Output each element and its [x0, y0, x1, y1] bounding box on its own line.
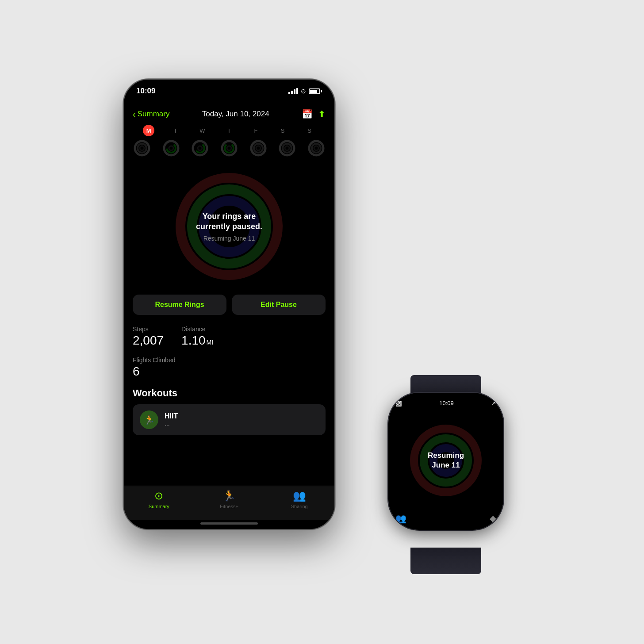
steps-distance-row: Steps 2,007 Distance 1.10 MI — [133, 326, 326, 348]
summary-tab-icon: ⊙ — [154, 490, 163, 502]
sharing-tab-label: Sharing — [291, 504, 308, 509]
watch-body: ▩ 10:09 ↗ — [388, 393, 503, 530]
workouts-title: Workouts — [133, 387, 326, 399]
svg-point-5 — [169, 146, 173, 150]
home-indicator — [124, 520, 334, 529]
steps-label: Steps — [133, 326, 164, 333]
svg-point-4 — [167, 144, 176, 153]
apple-watch-device: ▩ 10:09 ↗ — [371, 384, 521, 565]
day-tuesday-label: T — [166, 125, 185, 136]
day-saturday[interactable]: S — [273, 125, 292, 136]
flights-value: 6 — [133, 364, 326, 379]
day-monday-label[interactable]: M — [143, 125, 154, 136]
tab-fitness-plus[interactable]: 🏃 Fitness+ — [194, 490, 264, 509]
edit-pause-button[interactable]: Edit Pause — [232, 295, 326, 315]
day-friday[interactable]: F — [247, 125, 265, 136]
day-saturday-label: S — [273, 125, 292, 136]
watch-status-bar: ▩ 10:09 ↗ — [395, 399, 496, 407]
watch-bar-chart-icon[interactable]: ▩ — [395, 399, 402, 407]
activity-ring-main: Your rings are currently paused. Resumin… — [172, 169, 287, 284]
main-content-area: Your rings are currently paused. Resumin… — [124, 162, 334, 486]
steps-stat: Steps 2,007 — [133, 326, 164, 348]
calendar-icon[interactable]: 📅 — [302, 109, 313, 119]
action-buttons: Resume Rings Edit Pause — [124, 295, 334, 315]
svg-point-17 — [285, 146, 289, 150]
tab-sharing[interactable]: 👥 Sharing — [264, 490, 334, 509]
svg-point-8 — [198, 146, 202, 150]
nav-right: 📅 ⬆ — [302, 109, 326, 119]
nav-bar: ‹ Summary Today, Jun 10, 2024 📅 ⬆ — [124, 104, 334, 123]
wifi-icon: ⊜ — [301, 88, 306, 95]
day-sunday[interactable]: S — [300, 125, 319, 136]
share-icon[interactable]: ⬆ — [318, 109, 326, 119]
nav-back-label[interactable]: Summary — [138, 110, 170, 119]
mini-ring-monday[interactable] — [132, 138, 152, 158]
mini-ring-saturday[interactable] — [277, 138, 297, 158]
day-tuesday[interactable]: T — [166, 125, 185, 136]
steps-value: 2,007 — [133, 334, 164, 348]
day-wednesday[interactable]: W — [193, 125, 211, 136]
iphone-screen: ‹ Summary Today, Jun 10, 2024 📅 ⬆ M — [124, 104, 334, 520]
workout-name: HIIT — [165, 412, 178, 420]
fitness-plus-tab-label: Fitness+ — [220, 504, 238, 509]
watch-trend-icon[interactable]: ↗ — [491, 400, 496, 407]
svg-point-19 — [312, 144, 321, 153]
distance-label: Distance — [181, 326, 213, 333]
ring-paused-overlay: Your rings are currently paused. Resumin… — [189, 211, 269, 242]
day-monday[interactable]: M — [139, 125, 158, 136]
workout-info: HIIT ... — [165, 412, 178, 427]
watch-resuming-text: Resuming June 11 — [419, 450, 472, 470]
watch-bottom-icons: 👥 ◆ — [395, 513, 496, 524]
battery-icon — [309, 88, 322, 94]
svg-point-7 — [196, 144, 204, 153]
watch-shield-icon[interactable]: ◆ — [490, 513, 496, 524]
watch-band-bottom — [410, 548, 481, 574]
mini-ring-sunday[interactable] — [306, 138, 326, 158]
day-strip: M T W T F S — [124, 123, 334, 162]
svg-point-11 — [227, 146, 231, 150]
nav-title: Today, Jun 10, 2024 — [169, 110, 302, 119]
day-sunday-label: S — [300, 125, 319, 136]
nav-left[interactable]: ‹ Summary — [133, 109, 169, 119]
mini-ring-wednesday[interactable] — [190, 138, 210, 158]
tab-bar: ⊙ Summary 🏃 Fitness+ 👥 Sharing — [124, 486, 334, 520]
status-icons: ⊜ — [288, 88, 322, 95]
ring-paused-title: Your rings are currently paused. — [189, 211, 269, 232]
signal-icon — [288, 88, 298, 94]
day-thursday[interactable]: T — [220, 125, 238, 136]
sharing-tab-icon: 👥 — [293, 490, 306, 502]
fitness-plus-tab-icon: 🏃 — [222, 490, 236, 502]
mini-ring-thursday[interactable] — [219, 138, 239, 158]
distance-unit: MI — [207, 339, 214, 346]
mini-ring-friday[interactable] — [248, 138, 268, 158]
status-time: 10:09 — [136, 87, 155, 96]
distance-stat: Distance 1.10 MI — [181, 326, 213, 348]
home-bar — [200, 522, 258, 525]
day-thursday-label: T — [220, 125, 238, 136]
summary-tab-label: Summary — [149, 504, 169, 509]
watch-time: 10:09 — [439, 400, 454, 406]
distance-value: 1.10 — [181, 334, 206, 348]
iphone-top-bezel: 10:09 ⊜ — [124, 80, 334, 104]
svg-point-10 — [225, 144, 234, 153]
watch-activity-ring: Resuming June 11 — [408, 423, 483, 498]
mini-ring-tuesday[interactable] — [161, 138, 181, 158]
workouts-section: Workouts 🏃 HIIT ... — [124, 387, 334, 435]
flights-label: Flights Climbed — [133, 356, 326, 364]
day-wednesday-label: W — [193, 125, 211, 136]
svg-point-14 — [256, 146, 261, 150]
svg-point-2 — [140, 146, 144, 150]
dynamic-island — [203, 85, 256, 100]
workout-icon: 🏃 — [140, 410, 158, 429]
resume-rings-button[interactable]: Resume Rings — [133, 295, 226, 315]
watch-ring-area: Resuming June 11 — [395, 411, 496, 510]
ring-paused-subtitle: Resuming June 11 — [189, 234, 269, 242]
watch-people-icon[interactable]: 👥 — [395, 513, 406, 524]
svg-point-16 — [283, 144, 291, 153]
tab-summary[interactable]: ⊙ Summary — [124, 490, 194, 509]
workout-card-hiit[interactable]: 🏃 HIIT ... — [133, 404, 326, 435]
svg-point-20 — [314, 146, 318, 150]
back-arrow-icon[interactable]: ‹ — [133, 109, 136, 119]
iphone-device: 10:09 ⊜ — [123, 79, 335, 530]
day-labels-row: M T W T F S — [130, 125, 328, 136]
